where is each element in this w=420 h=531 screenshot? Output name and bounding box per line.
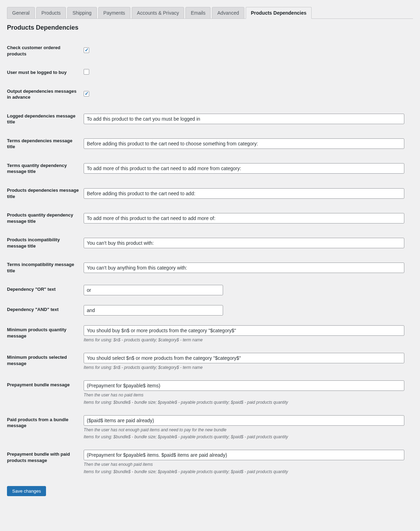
checkbox-output-adv[interactable] [84, 91, 89, 97]
desc-min-qty-msg: Items for using: $n$ - products quantity… [84, 337, 410, 343]
label-prepay-paid-bundle: Prepayment bundle with paid products mes… [7, 445, 84, 480]
tab-products-dependencies[interactable]: Products Dependencies [246, 7, 312, 19]
desc-paid-bundle-2: Items for using: $bundle$ - bundle size;… [84, 434, 410, 440]
label-prepay-bundle: Prepayment bundle message [7, 376, 84, 410]
desc-prepay-paid-2: Items for using: $bundle$ - bundle size;… [84, 469, 410, 475]
label-output-adv: Output dependencies messages in advance [7, 82, 84, 107]
tab-payments[interactable]: Payments [98, 7, 130, 19]
tab-products[interactable]: Products [36, 7, 66, 19]
tab-accounts[interactable]: Accounts & Privacy [132, 7, 184, 19]
label-min-sel-msg: Minimum products selected message [7, 348, 84, 376]
label-terms-qty-title: Terms quantity dependency message title [7, 156, 84, 181]
label-terms-incompat: Terms incompatibility message title [7, 255, 84, 280]
checkbox-must-logged[interactable] [84, 69, 89, 75]
desc-paid-bundle-1: Then the user has not enough paid items … [84, 427, 410, 433]
save-button[interactable]: Save changes [7, 486, 46, 496]
input-min-qty-msg[interactable] [84, 325, 404, 336]
desc-prepay-paid-1: Then the user has enough paid items [84, 462, 410, 468]
input-products-incompat[interactable] [84, 238, 404, 248]
input-terms-incompat[interactable] [84, 263, 404, 273]
label-check-ordered: Check customer ordered products [7, 38, 84, 63]
tab-emails[interactable]: Emails [185, 7, 211, 19]
label-terms-title: Terms dependencies message title [7, 131, 84, 156]
input-and-text[interactable] [84, 305, 223, 316]
desc-prepay-bundle-2: Items for using: $bundle$ - bundle size;… [84, 400, 410, 405]
desc-prepay-bundle-1: Then the user has no paid items [84, 392, 410, 398]
label-logged-title: Logged dependencies message title [7, 107, 84, 131]
input-paid-bundle[interactable] [84, 415, 404, 426]
desc-min-sel-msg: Items for using: $n$ - products quantity… [84, 365, 410, 371]
input-products-title[interactable] [84, 188, 404, 199]
label-products-title: Products dependencies message title [7, 181, 84, 206]
input-or-text[interactable] [84, 285, 223, 295]
tab-general[interactable]: General [7, 7, 35, 19]
checkbox-check-ordered[interactable] [84, 47, 89, 53]
input-min-sel-msg[interactable] [84, 353, 404, 363]
input-prepay-paid-bundle[interactable] [84, 450, 404, 460]
tab-shipping[interactable]: Shipping [67, 7, 97, 19]
input-prepay-bundle[interactable] [84, 380, 404, 391]
settings-tabs: General Products Shipping Payments Accou… [7, 7, 413, 19]
label-paid-bundle: Paid products from a bundle message [7, 410, 84, 445]
section-title: Products Dependencies [7, 24, 413, 31]
input-logged-title[interactable] [84, 114, 404, 124]
input-terms-qty-title[interactable] [84, 163, 404, 174]
input-terms-title[interactable] [84, 138, 404, 149]
label-min-qty-msg: Minimum products quantity message [7, 320, 84, 348]
label-or-text: Dependency "OR" text [7, 280, 84, 300]
input-products-qty-title[interactable] [84, 213, 404, 223]
label-must-logged: User must be logged to buy [7, 63, 84, 82]
label-products-qty-title: Products quantity dependency message tit… [7, 206, 84, 230]
tab-advanced[interactable]: Advanced [212, 7, 244, 19]
settings-form: Check customer ordered products User mus… [7, 38, 413, 480]
label-and-text: Dependency "AND" text [7, 300, 84, 320]
label-products-incompat: Products incompatibility message title [7, 230, 84, 255]
